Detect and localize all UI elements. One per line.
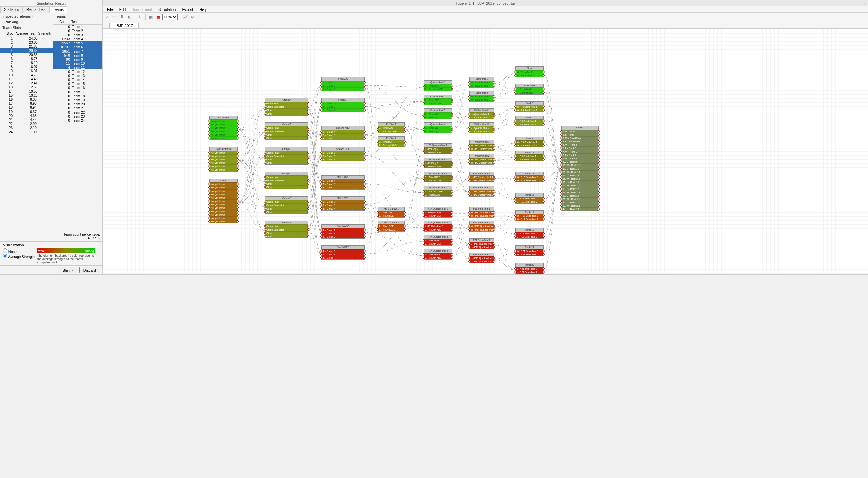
- bracket-node-p9q3[interactable]: P9 Quarter-final 33. - Third DEF3. - Sec…: [424, 172, 452, 182]
- output-port[interactable]: [307, 225, 309, 227]
- input-port[interactable]: [468, 176, 470, 178]
- output-port[interactable]: [598, 198, 600, 200]
- input-port[interactable]: [514, 158, 516, 160]
- input-port[interactable]: [423, 99, 425, 101]
- zoom-select[interactable]: 66%: [162, 14, 178, 20]
- output-port[interactable]: [237, 210, 239, 212]
- output-port[interactable]: [364, 81, 366, 83]
- output-port[interactable]: [404, 211, 406, 213]
- input-port[interactable]: [468, 85, 470, 87]
- input-port[interactable]: [264, 211, 266, 213]
- input-port[interactable]: [423, 148, 425, 150]
- add-tab-button[interactable]: +: [104, 23, 110, 28]
- output-port[interactable]: [543, 253, 545, 255]
- input-port[interactable]: [468, 194, 470, 196]
- team-row[interactable]: 10701Team 6: [53, 45, 102, 49]
- output-port[interactable]: [493, 130, 495, 132]
- bracket-node-smallf[interactable]: Small FinalL - Semi-final 1L - Semi-fina…: [515, 84, 544, 95]
- output-port[interactable]: [364, 102, 366, 104]
- input-port[interactable]: [264, 225, 266, 227]
- bracket-node-gh[interactable]: Group HeadNot yet drawnNot yet drawnNot …: [209, 116, 238, 140]
- input-port[interactable]: [514, 123, 516, 125]
- input-port[interactable]: [468, 99, 470, 101]
- output-port[interactable]: [307, 130, 309, 132]
- slot-row[interactable]: 223.00: [0, 40, 53, 44]
- input-port[interactable]: [320, 85, 322, 87]
- output-port[interactable]: [307, 137, 309, 139]
- output-port[interactable]: [543, 236, 545, 238]
- output-port[interactable]: [364, 204, 366, 206]
- output-port[interactable]: [307, 113, 309, 115]
- output-port[interactable]: [493, 260, 495, 262]
- output-port[interactable]: [493, 228, 495, 231]
- input-port[interactable]: [423, 225, 425, 227]
- slot-row[interactable]: 718.10: [0, 61, 53, 65]
- team-row[interactable]: 90Team 9: [53, 57, 102, 61]
- input-port[interactable]: [264, 186, 266, 188]
- output-port[interactable]: [451, 243, 453, 245]
- output-port[interactable]: [451, 85, 453, 87]
- chart-icon[interactable]: 📈: [182, 14, 188, 20]
- input-port[interactable]: [264, 235, 266, 237]
- output-port[interactable]: [493, 225, 495, 227]
- select-icon[interactable]: ↖: [112, 14, 118, 20]
- input-port[interactable]: [514, 215, 516, 217]
- input-port[interactable]: [560, 181, 562, 183]
- input-port[interactable]: [208, 134, 210, 136]
- input-port[interactable]: [377, 225, 379, 227]
- slot-row[interactable]: 214.44: [0, 118, 53, 122]
- output-port[interactable]: [237, 168, 239, 171]
- output-port[interactable]: [451, 194, 453, 196]
- output-port[interactable]: [451, 190, 453, 192]
- output-port[interactable]: [451, 239, 453, 241]
- output-port[interactable]: [451, 257, 453, 259]
- menu-simulation[interactable]: Simulation: [156, 7, 178, 12]
- input-port[interactable]: [423, 179, 425, 181]
- output-port[interactable]: [451, 253, 453, 255]
- output-port[interactable]: [451, 225, 453, 227]
- input-port[interactable]: [377, 228, 379, 231]
- input-port[interactable]: [514, 92, 516, 94]
- input-port[interactable]: [514, 109, 516, 111]
- output-port[interactable]: [364, 131, 366, 133]
- input-port[interactable]: [468, 190, 470, 192]
- output-port[interactable]: [237, 203, 239, 205]
- slot-row[interactable]: 816.07: [0, 65, 53, 69]
- bracket-node-r7[interactable]: Rank 7L - P5 Semi-final 1L - P5 Semi-fin…: [515, 116, 544, 126]
- team-row[interactable]: 0Team 19: [53, 98, 102, 102]
- bracket-node-r5[interactable]: Rank 5W - P5 Semi-final 1W - P5 Semi-fin…: [515, 101, 544, 112]
- output-port[interactable]: [364, 88, 366, 90]
- output-port[interactable]: [451, 211, 453, 213]
- output-port[interactable]: [307, 109, 309, 111]
- input-port[interactable]: [423, 194, 425, 196]
- bracket-node-p17s1[interactable]: P17 Semi-final 1W - P17 Quarter-final 1W…: [469, 207, 494, 218]
- output-port[interactable]: [493, 257, 495, 259]
- output-port[interactable]: [451, 113, 453, 115]
- input-port[interactable]: [468, 225, 470, 227]
- output-port[interactable]: [598, 161, 600, 163]
- output-port[interactable]: [307, 235, 309, 237]
- input-port[interactable]: [560, 208, 562, 210]
- input-port[interactable]: [514, 201, 516, 203]
- bracket-node-sd[interactable]: Second DEF2. - Group D2. - Group E2. - G…: [321, 147, 365, 161]
- output-port[interactable]: [493, 179, 495, 181]
- output-port[interactable]: [237, 186, 239, 188]
- output-port[interactable]: [493, 148, 495, 150]
- output-port[interactable]: [493, 243, 495, 245]
- slot-row[interactable]: 186.94: [0, 105, 53, 109]
- input-port[interactable]: [560, 198, 562, 200]
- input-port[interactable]: [560, 195, 562, 197]
- refresh-icon[interactable]: ↻: [137, 14, 143, 20]
- output-port[interactable]: [451, 88, 453, 90]
- input-port[interactable]: [423, 127, 425, 129]
- bracket-node-ld[interactable]: Fourth DEF4. - Group D4. - Group E4. - G…: [321, 245, 365, 260]
- output-port[interactable]: [451, 102, 453, 104]
- input-port[interactable]: [560, 154, 562, 156]
- output-port[interactable]: [237, 120, 239, 122]
- input-port[interactable]: [320, 250, 322, 252]
- input-port[interactable]: [423, 243, 425, 245]
- input-port[interactable]: [264, 113, 266, 115]
- output-port[interactable]: [493, 215, 495, 217]
- grid-snap-icon[interactable]: ▦: [155, 14, 161, 20]
- output-port[interactable]: [364, 253, 366, 255]
